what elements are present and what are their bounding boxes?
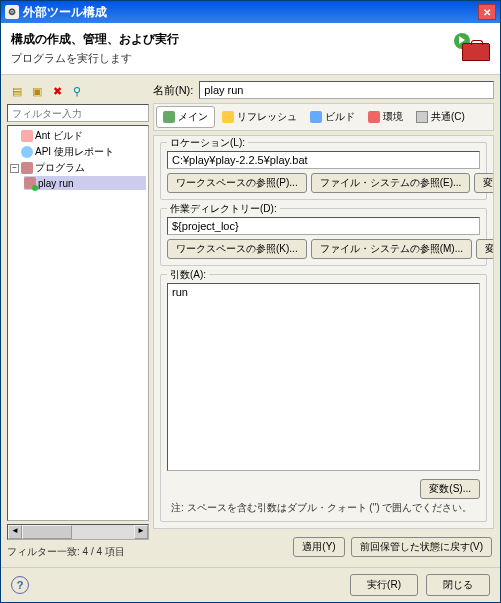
delete-config-icon[interactable]: ✖	[49, 83, 65, 99]
tab-common[interactable]: 共通(C)	[410, 106, 471, 128]
tab-environment[interactable]: 環境	[362, 106, 409, 128]
workdir-label: 作業ディレクトリー(D):	[167, 202, 280, 216]
build-tab-icon	[310, 111, 322, 123]
location-group: ロケーション(L): ワークスペースの参照(P)... ファイル・システムの参照…	[160, 142, 487, 200]
workdir-group: 作業ディレクトリー(D): ワークスペースの参照(K)... ファイル・システム…	[160, 208, 487, 266]
close-button[interactable]: 閉じる	[426, 574, 490, 596]
header: 構成の作成、管理、および実行 プログラムを実行します	[1, 23, 500, 75]
toolbox-icon	[462, 43, 490, 61]
tree-item-program[interactable]: − プログラム	[10, 160, 146, 176]
scroll-right-icon[interactable]: ►	[134, 525, 148, 539]
config-tree[interactable]: Ant ビルド API 使用レポート − プログラム	[7, 125, 149, 521]
content-panel: 名前(N): メイン リフレッシュ ビルド	[153, 81, 494, 561]
tab-build[interactable]: ビルド	[304, 106, 361, 128]
filter-input[interactable]	[7, 104, 149, 122]
apply-button[interactable]: 適用(Y)	[293, 537, 344, 557]
ant-icon	[21, 130, 33, 142]
sidebar: ▤ ▣ ✖ ⚲ Ant ビルド API 使用レポート	[7, 81, 149, 561]
window-title: 外部ツール構成	[23, 4, 107, 21]
scroll-thumb[interactable]	[22, 525, 72, 539]
arguments-group: 引数(A): run 変数(S)... 注: スペースを含む引数はダブル・クォー…	[160, 274, 487, 522]
tree-horizontal-scrollbar[interactable]: ◄ ►	[7, 524, 149, 540]
header-graphic	[448, 35, 490, 63]
header-title: 構成の作成、管理、および実行	[11, 31, 448, 48]
app-icon: ⚙	[5, 5, 19, 19]
api-icon	[21, 146, 33, 158]
program-icon	[21, 162, 33, 174]
expand-icon[interactable]: −	[10, 164, 19, 173]
location-variables-button[interactable]: 変数(D)...	[474, 173, 494, 193]
location-input[interactable]	[167, 151, 480, 169]
location-browse-filesystem-button[interactable]: ファイル・システムの参照(E)...	[311, 173, 471, 193]
filter-count-label: フィルター一致: 4 / 4 項目	[7, 543, 149, 561]
close-icon[interactable]: ✕	[478, 4, 496, 20]
footer: ? 実行(R) 閉じる	[1, 567, 500, 602]
environment-tab-icon	[368, 111, 380, 123]
workdir-input[interactable]	[167, 217, 480, 235]
workdir-browse-workspace-button[interactable]: ワークスペースの参照(K)...	[167, 239, 307, 259]
dialog-window: ⚙ 外部ツール構成 ✕ 構成の作成、管理、および実行 プログラムを実行します ▤…	[0, 0, 501, 603]
location-label: ロケーション(L):	[167, 136, 248, 150]
arguments-hint: 注: スペースを含む引数はダブル・クォート (") で囲んでください。	[167, 499, 480, 515]
workdir-browse-filesystem-button[interactable]: ファイル・システムの参照(M)...	[311, 239, 472, 259]
tab-bar: メイン リフレッシュ ビルド 環境	[153, 103, 494, 131]
location-browse-workspace-button[interactable]: ワークスペースの参照(P)...	[167, 173, 307, 193]
refresh-tab-icon	[222, 111, 234, 123]
arguments-label: 引数(A):	[167, 268, 209, 282]
main-tab-icon	[163, 111, 175, 123]
revert-button[interactable]: 前回保管した状態に戻す(V)	[351, 537, 492, 557]
tree-item-ant[interactable]: Ant ビルド	[10, 128, 146, 144]
tab-main[interactable]: メイン	[156, 106, 215, 128]
arguments-variables-button[interactable]: 変数(S)...	[420, 479, 480, 499]
name-label: 名前(N):	[153, 83, 193, 98]
common-tab-icon	[416, 111, 428, 123]
header-subtitle: プログラムを実行します	[11, 51, 448, 66]
run-button[interactable]: 実行(R)	[350, 574, 418, 596]
titlebar: ⚙ 外部ツール構成 ✕	[1, 1, 500, 23]
filter-config-icon[interactable]: ⚲	[69, 83, 85, 99]
sidebar-toolbar: ▤ ▣ ✖ ⚲	[7, 81, 149, 101]
tree-item-play-run[interactable]: play run	[24, 176, 146, 190]
scroll-left-icon[interactable]: ◄	[8, 525, 22, 539]
tab-refresh[interactable]: リフレッシュ	[216, 106, 303, 128]
new-config-icon[interactable]: ▤	[9, 83, 25, 99]
arguments-textarea[interactable]: run	[167, 283, 480, 471]
workdir-variables-button[interactable]: 変数(B)...	[476, 239, 494, 259]
tree-item-api[interactable]: API 使用レポート	[10, 144, 146, 160]
name-input[interactable]	[199, 81, 494, 99]
program-run-icon	[24, 177, 36, 189]
duplicate-config-icon[interactable]: ▣	[29, 83, 45, 99]
help-icon[interactable]: ?	[11, 576, 29, 594]
